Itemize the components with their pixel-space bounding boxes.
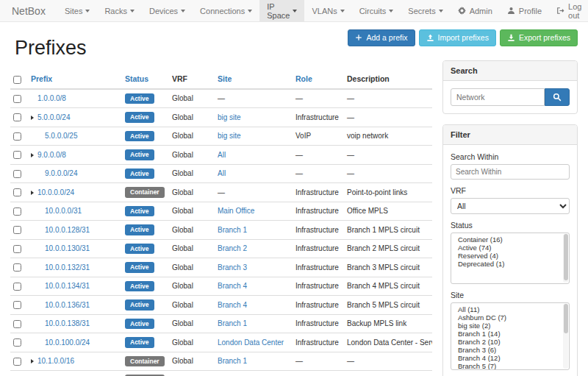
row-checkbox[interactable] <box>13 263 21 272</box>
nav-item-circuits[interactable]: Circuits <box>352 0 401 21</box>
status-badge[interactable]: Active <box>125 319 154 330</box>
row-checkbox[interactable] <box>13 301 21 309</box>
status-badge[interactable]: Container <box>125 187 165 198</box>
site-link[interactable]: London Data Center <box>218 338 284 347</box>
status-badge[interactable]: Active <box>125 206 154 217</box>
filter-option[interactable]: Branch 5 (7) <box>451 362 569 370</box>
status-badge[interactable]: Active <box>125 112 154 123</box>
site-link[interactable]: All <box>218 169 226 177</box>
prefix-link[interactable]: 1.0.0.0/8 <box>37 94 66 102</box>
filter-option[interactable]: Branch 1 (14) <box>451 330 569 338</box>
status-badge[interactable]: Container <box>125 356 165 367</box>
site-link[interactable]: Branch 1 <box>218 357 247 365</box>
status-badge[interactable]: Active <box>125 262 154 273</box>
filter-option[interactable]: Branch 4 (12) <box>451 354 569 362</box>
site-filter-listbox[interactable]: All (11)Ashburn DC (7)big site (2)Branch… <box>451 302 570 370</box>
filter-option[interactable]: Branch 3 (6) <box>451 346 569 354</box>
row-checkbox[interactable] <box>13 188 21 196</box>
status-badge[interactable]: Active <box>125 169 154 180</box>
prefix-link[interactable]: 10.0.0.138/31 <box>45 319 90 327</box>
filter-option[interactable]: Branch 2 (10) <box>451 338 569 346</box>
status-badge[interactable]: Active <box>125 299 154 311</box>
row-checkbox[interactable] <box>13 151 21 159</box>
filter-option[interactable]: Container (16) <box>451 235 569 244</box>
filter-option[interactable]: Deprecated (1) <box>451 260 569 268</box>
site-link[interactable]: Branch 3 <box>218 263 247 272</box>
prefix-link[interactable]: 10.0.0.130/31 <box>45 244 90 252</box>
select-all-checkbox[interactable] <box>13 76 21 84</box>
row-checkbox[interactable] <box>13 207 21 216</box>
site-link[interactable]: Branch 1 <box>218 319 247 327</box>
prefix-link[interactable]: 10.0.100.0/24 <box>45 338 90 347</box>
site-link[interactable]: Branch 4 <box>218 282 247 290</box>
nav-item-racks[interactable]: Racks <box>97 0 142 21</box>
nav-item-admin[interactable]: Admin <box>451 0 500 21</box>
nav-item-secrets[interactable]: Secrets <box>401 0 450 21</box>
row-checkbox[interactable] <box>13 170 21 178</box>
nav-item-label: Circuits <box>359 7 387 15</box>
sort-column-status[interactable]: Status <box>125 74 148 83</box>
row-checkbox[interactable] <box>13 320 21 328</box>
site-link[interactable]: All <box>218 151 226 159</box>
row-checkbox[interactable] <box>13 245 21 253</box>
site-link[interactable]: Branch 2 <box>218 244 247 252</box>
import-prefixes-button[interactable]: Import prefixes <box>419 29 496 46</box>
row-checkbox[interactable] <box>13 358 21 366</box>
row-checkbox[interactable] <box>13 338 21 347</box>
status-filter-listbox[interactable]: Container (16)Active (74)Reserved (4)Dep… <box>451 233 570 284</box>
filter-option[interactable]: Ashburn DC (7) <box>451 313 569 322</box>
prefix-link[interactable]: 10.0.0.0/31 <box>45 207 82 215</box>
listbox-scrollbar-thumb[interactable] <box>564 234 568 280</box>
tree-indent <box>31 175 38 176</box>
add-a-prefix-button[interactable]: Add a prefix <box>348 29 415 46</box>
row-checkbox[interactable] <box>13 113 21 121</box>
prefix-link[interactable]: 10.0.0.0/24 <box>37 188 74 196</box>
status-badge[interactable]: Active <box>125 281 154 292</box>
nav-item-log-out[interactable]: Log out <box>549 0 588 21</box>
nav-item-vlans[interactable]: VLANs <box>304 0 351 21</box>
status-badge[interactable]: Active <box>125 149 154 160</box>
row-checkbox[interactable] <box>13 132 21 141</box>
status-badge[interactable]: Active <box>125 131 154 142</box>
prefix-link[interactable]: 10.0.0.136/31 <box>45 301 90 309</box>
status-badge[interactable]: Active <box>125 224 154 235</box>
site-link[interactable]: Branch 1 <box>218 226 247 234</box>
search-input[interactable] <box>451 88 545 106</box>
row-checkbox[interactable] <box>13 226 21 234</box>
site-link[interactable]: big site <box>218 132 241 140</box>
prefix-link[interactable]: 9.0.0.0/24 <box>45 169 77 177</box>
filter-option[interactable]: Reserved (4) <box>451 252 569 260</box>
site-link[interactable]: Branch 4 <box>218 301 247 309</box>
nav-item-connections[interactable]: Connections <box>193 0 259 21</box>
prefix-link[interactable]: 5.0.0.0/24 <box>37 113 70 121</box>
search-within-input[interactable] <box>451 164 570 180</box>
filter-option[interactable]: All (11) <box>451 305 569 313</box>
nav-item-profile[interactable]: Profile <box>500 0 549 21</box>
status-badge[interactable]: Active <box>125 337 154 348</box>
filter-option[interactable]: big site (2) <box>451 322 569 330</box>
status-badge[interactable]: Active <box>125 244 154 255</box>
prefix-link[interactable]: 5.0.0.0/25 <box>45 132 77 140</box>
prefix-link[interactable]: 9.0.0.0/8 <box>37 151 66 159</box>
site-link[interactable]: big site <box>218 113 241 121</box>
prefix-link[interactable]: 10.0.0.128/31 <box>45 226 90 234</box>
vrf-select[interactable]: All <box>451 198 570 214</box>
sort-column-role[interactable]: Role <box>295 74 312 83</box>
site-link[interactable]: Main Office <box>218 207 254 215</box>
prefix-link[interactable]: 10.0.0.134/31 <box>45 282 90 290</box>
row-checkbox[interactable] <box>13 95 21 103</box>
prefix-link[interactable]: 10.1.0.0/16 <box>37 357 74 365</box>
listbox-scrollbar-thumb[interactable] <box>564 304 568 333</box>
sort-column-prefix[interactable]: Prefix <box>31 74 52 83</box>
netbox-brand[interactable]: NetBox <box>0 0 57 21</box>
export-prefixes-button[interactable]: Export prefixes <box>500 29 578 46</box>
filter-option[interactable]: Active (74) <box>451 244 569 252</box>
nav-item-devices[interactable]: Devices <box>142 0 193 21</box>
status-badge[interactable]: Active <box>125 93 154 104</box>
search-button[interactable] <box>545 88 570 106</box>
nav-item-sites[interactable]: Sites <box>57 0 97 21</box>
row-checkbox[interactable] <box>13 283 21 291</box>
nav-item-ip-space[interactable]: IP Space <box>259 0 304 21</box>
sort-column-site[interactable]: Site <box>218 74 232 83</box>
prefix-link[interactable]: 10.0.0.132/31 <box>45 263 90 272</box>
